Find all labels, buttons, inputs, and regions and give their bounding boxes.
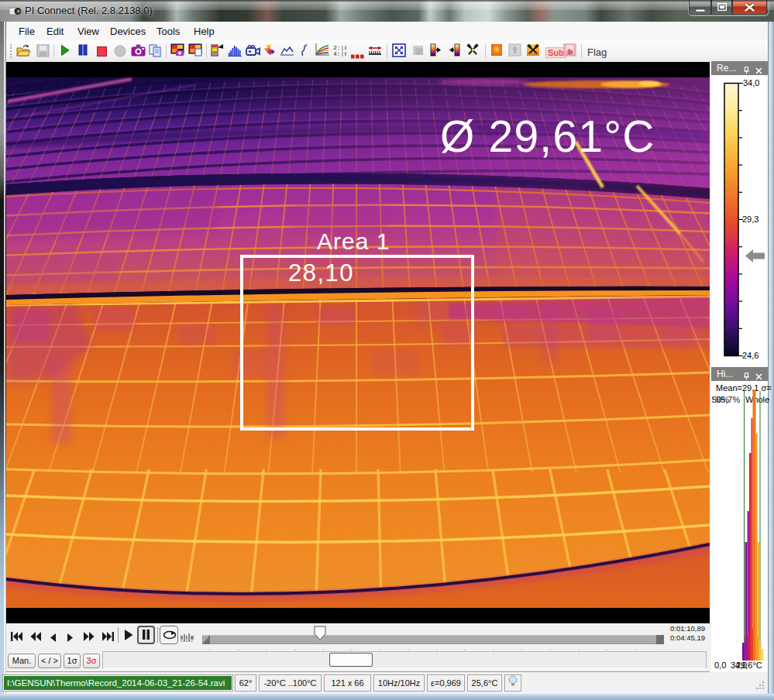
svg-text:Area 1: Area 1 [317, 228, 390, 254]
svg-text:28,10: 28,10 [288, 259, 354, 287]
svg-text:b: b [568, 48, 573, 56]
svg-text:Ø 29,61°C: Ø 29,61°C [440, 112, 655, 161]
svg-text:4:|0: 4:|0 [333, 50, 346, 57]
